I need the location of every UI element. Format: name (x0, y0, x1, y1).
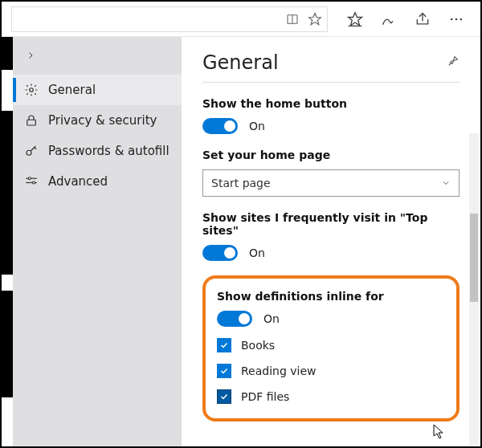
toggle-state-label: On (249, 246, 265, 259)
svg-marker-1 (309, 13, 321, 24)
sidebar-item-passwords[interactable]: Passwords & autofill (13, 136, 182, 166)
sidebar-item-advanced[interactable]: Advanced (13, 166, 182, 197)
definitions-highlight: Show definitions inline for On Books Rea… (202, 275, 460, 422)
svg-point-7 (30, 88, 34, 92)
section-label: Show sites I frequently visit in "Top si… (202, 211, 460, 237)
checkbox-label: Books (241, 339, 275, 352)
sidebar-item-general[interactable]: General (13, 75, 182, 105)
svg-point-4 (451, 18, 453, 20)
reading-view-checkbox[interactable] (217, 364, 231, 378)
sidebar-item-label: General (48, 83, 96, 97)
section-label: Set your home page (202, 149, 460, 161)
svg-point-9 (27, 150, 31, 155)
top-sites-section: Show sites I frequently visit in "Top si… (202, 211, 460, 261)
definitions-reading-row: Reading view (217, 364, 445, 378)
favorites-icon[interactable] (344, 8, 366, 31)
background-page-strip (2, 37, 13, 446)
more-icon[interactable] (445, 8, 468, 31)
definitions-pdf-row: PDF files (217, 389, 445, 404)
chevron-down-icon (441, 178, 451, 188)
panel-title: General (202, 51, 279, 74)
dropdown-value: Start page (211, 177, 271, 189)
mouse-cursor-icon (433, 424, 446, 440)
section-label: Show the home button (202, 97, 460, 110)
sidebar-item-label: Privacy & security (48, 113, 157, 128)
svg-point-12 (28, 177, 31, 180)
checkbox-label: Reading view (241, 365, 317, 377)
lock-icon (24, 113, 39, 128)
expand-sidebar-button[interactable] (13, 37, 182, 75)
key-icon (24, 144, 39, 158)
share-icon[interactable] (411, 8, 434, 31)
svg-point-6 (460, 18, 463, 20)
settings-panel: General Show the home button On Set your… (182, 37, 480, 446)
sidebar-item-privacy[interactable]: Privacy & security (13, 105, 182, 136)
sliders-icon (24, 174, 39, 189)
vertical-scrollbar[interactable] (469, 133, 479, 446)
scrollbar-thumb[interactable] (470, 214, 478, 302)
browser-toolbar (2, 2, 480, 37)
home-page-dropdown[interactable]: Start page (202, 169, 460, 197)
top-sites-toggle[interactable] (202, 245, 238, 261)
pin-icon[interactable] (447, 55, 460, 71)
definitions-books-row: Books (217, 338, 445, 352)
toggle-state-label: On (263, 312, 280, 325)
notes-icon[interactable] (378, 8, 400, 31)
settings-sidebar: General Privacy & security Passwords & a… (13, 37, 182, 446)
svg-point-5 (455, 18, 458, 20)
svg-point-13 (33, 181, 35, 184)
reading-view-icon[interactable] (285, 12, 300, 26)
gear-icon (24, 83, 39, 97)
home-button-toggle[interactable] (202, 118, 238, 134)
address-bar[interactable] (11, 6, 328, 32)
svg-rect-8 (27, 120, 36, 125)
pdf-files-checkbox[interactable] (217, 389, 231, 404)
toggle-state-label: On (249, 120, 265, 132)
checkbox-label: PDF files (241, 390, 289, 403)
show-home-button-section: Show the home button On (202, 97, 460, 134)
sidebar-item-label: Advanced (48, 174, 108, 189)
sidebar-item-label: Passwords & autofill (48, 144, 170, 158)
svg-marker-2 (349, 12, 362, 25)
books-checkbox[interactable] (217, 338, 231, 352)
section-label: Show definitions inline for (217, 290, 445, 303)
toolbar-actions (331, 8, 480, 31)
svg-line-14 (449, 63, 451, 65)
definitions-toggle[interactable] (217, 311, 252, 327)
home-page-section: Set your home page Start page (202, 149, 460, 197)
favorite-star-icon[interactable] (308, 12, 322, 26)
